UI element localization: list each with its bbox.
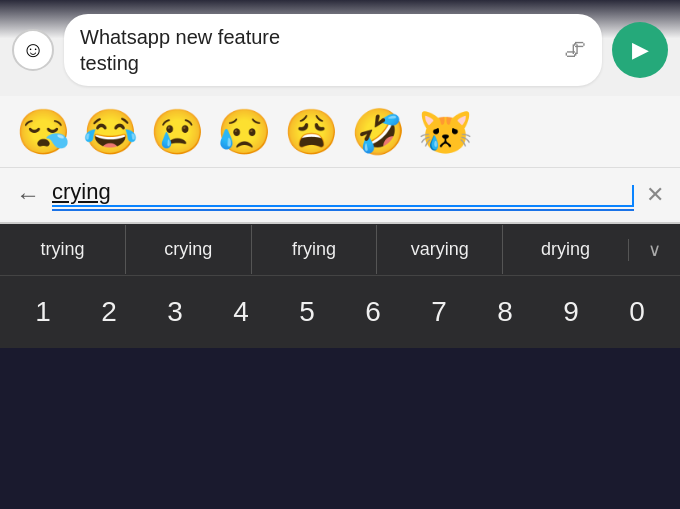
emoji-cry[interactable]: 😢 — [150, 110, 205, 154]
text-cursor — [632, 185, 634, 207]
suggestion-varying[interactable]: varying — [377, 225, 503, 274]
suggestion-trying[interactable]: trying — [0, 225, 126, 274]
message-text: Whatsapp new feature testing — [80, 24, 556, 76]
key-5[interactable]: 5 — [278, 296, 336, 328]
back-button[interactable]: ← — [16, 181, 40, 209]
emoji-sleepy[interactable]: 😪 — [16, 110, 71, 154]
search-input[interactable]: crying — [52, 179, 632, 207]
key-6[interactable]: 6 — [344, 296, 402, 328]
emoji-weary[interactable]: 😩 — [284, 110, 339, 154]
number-row: 1 2 3 4 5 6 7 8 9 0 — [0, 276, 680, 348]
suggestions-row: trying crying frying varying drying ∨ — [0, 224, 680, 276]
send-button[interactable]: ▶ — [612, 22, 668, 78]
suggestion-frying[interactable]: frying — [252, 225, 378, 274]
suggestion-drying[interactable]: drying — [503, 225, 628, 274]
key-0[interactable]: 0 — [608, 296, 666, 328]
emoji-rofl[interactable]: 🤣 — [351, 110, 406, 154]
key-4[interactable]: 4 — [212, 296, 270, 328]
attach-icon[interactable]: 🖇 — [564, 37, 586, 63]
suggestions-expand-button[interactable]: ∨ — [628, 239, 680, 261]
emoji-crying-cat[interactable]: 😿 — [418, 110, 473, 154]
key-2[interactable]: 2 — [80, 296, 138, 328]
suggestion-crying[interactable]: crying — [126, 225, 252, 274]
top-bar: ☺ Whatsapp new feature testing 🖇 ▶ — [0, 0, 680, 96]
emoji-button[interactable]: ☺ — [12, 29, 54, 71]
emoji-icon: ☺ — [22, 37, 44, 63]
key-1[interactable]: 1 — [14, 296, 72, 328]
emoji-sweat[interactable]: 😥 — [217, 110, 272, 154]
message-input[interactable]: Whatsapp new feature testing 🖇 — [64, 14, 602, 86]
send-icon: ▶ — [632, 37, 649, 63]
emoji-suggestions-row: 😪 😂 😢 😥 😩 🤣 😿 — [0, 96, 680, 168]
clear-search-button[interactable]: ✕ — [646, 182, 664, 208]
emoji-search-bar: ← crying ✕ — [0, 168, 680, 224]
emoji-laugh-cry[interactable]: 😂 — [83, 110, 138, 154]
key-7[interactable]: 7 — [410, 296, 468, 328]
key-9[interactable]: 9 — [542, 296, 600, 328]
key-8[interactable]: 8 — [476, 296, 534, 328]
key-3[interactable]: 3 — [146, 296, 204, 328]
